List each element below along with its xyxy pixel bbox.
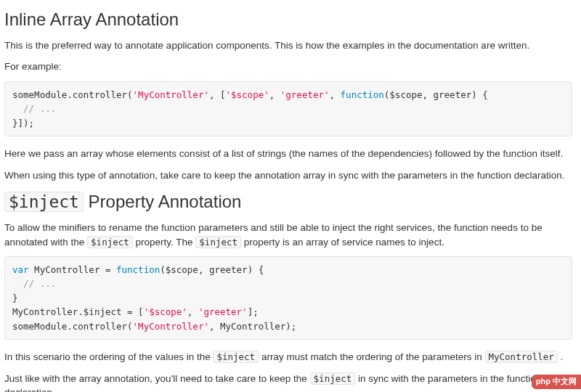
para-inline-explain: Here we pass an array whose elements con… [4, 147, 572, 161]
inject-code-inline-2: $inject [195, 236, 241, 248]
para-for-example: For example: [4, 60, 572, 74]
heading-inline-array: Inline Array Annotation [4, 7, 572, 33]
heading-inject-property: $inject Property Annotation [4, 189, 572, 215]
inject-code-heading: $inject [4, 192, 84, 212]
corner-badge: php 中文网 [532, 375, 581, 389]
inject-code-inline-3: $inject [213, 351, 259, 363]
para-inject-sync: Just like with the array annotation, you… [4, 372, 572, 392]
para-inline-intro: This is the preferred way to annotate ap… [4, 38, 572, 53]
para-inline-note: When using this type of annotation, take… [4, 168, 572, 183]
para-inject-ordering: In this scenario the ordering of the val… [4, 350, 572, 364]
code-inject-property: var MyController = function($scope, gree… [4, 256, 572, 340]
code-inline-array: someModule.controller('MyController', ['… [4, 81, 572, 136]
mycontroller-code-inline: MyController [485, 351, 558, 363]
inject-code-inline: $inject [87, 236, 133, 248]
para-inject-intro: To allow the minifiers to rename the fun… [4, 221, 572, 249]
inject-code-inline-4: $inject [310, 372, 356, 385]
